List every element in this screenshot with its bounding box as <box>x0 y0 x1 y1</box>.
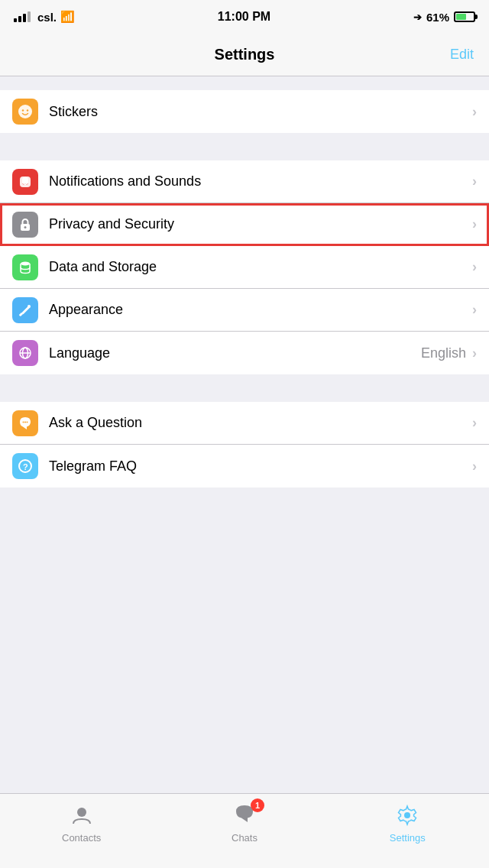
svg-point-18 <box>24 421 26 423</box>
battery-icon <box>454 11 475 22</box>
svg-point-1 <box>22 109 24 111</box>
settings-tab-icon <box>396 804 419 827</box>
carrier-label: csl. <box>37 11 57 24</box>
status-left: csl. 📶 <box>14 10 75 24</box>
language-chevron: › <box>472 345 477 361</box>
faq-label: Telegram FAQ <box>49 458 472 474</box>
location-icon: ➔ <box>413 11 422 23</box>
contacts-tab-icon-wrap <box>68 802 96 829</box>
notifications-chevron: › <box>472 173 477 189</box>
appearance-label: Appearance <box>49 302 472 318</box>
wifi-icon: 📶 <box>60 10 75 24</box>
privacy-chevron: › <box>472 216 477 232</box>
privacy-icon <box>12 212 38 238</box>
section-stickers: Stickers › <box>0 90 489 133</box>
language-svg <box>17 345 34 361</box>
faq-chevron: › <box>472 458 477 474</box>
svg-point-10 <box>21 261 30 265</box>
section-spacer-2 <box>0 374 489 402</box>
appearance-chevron: › <box>472 302 477 318</box>
stickers-svg <box>17 103 34 120</box>
svg-text:?: ? <box>23 462 28 471</box>
svg-point-23 <box>404 812 410 818</box>
ask-icon <box>12 410 38 436</box>
appearance-icon <box>12 297 38 323</box>
language-label: Language <box>49 345 421 361</box>
chats-tab-label: Chats <box>232 832 257 844</box>
section-main-settings: Notifications and Sounds › Privacy and S… <box>0 160 489 374</box>
svg-point-17 <box>23 421 24 423</box>
appearance-svg <box>17 302 34 319</box>
bottom-spacer <box>0 487 489 579</box>
faq-icon: ? <box>12 453 38 479</box>
settings-row-stickers[interactable]: Stickers › <box>0 90 489 133</box>
ask-label: Ask a Question <box>49 415 472 431</box>
settings-tab-label: Settings <box>390 832 426 844</box>
section-spacer-top <box>0 76 489 90</box>
settings-row-faq[interactable]: ? Telegram FAQ › <box>0 445 489 487</box>
settings-row-data[interactable]: Data and Storage › <box>0 246 489 289</box>
privacy-label: Privacy and Security <box>49 216 472 232</box>
status-bar: csl. 📶 11:00 PM ➔ 61% <box>0 0 489 34</box>
notifications-svg <box>17 173 34 190</box>
edit-button[interactable]: Edit <box>436 47 474 63</box>
language-value: English <box>421 345 466 361</box>
tab-bar: Contacts 1 Chats Settings <box>0 793 489 868</box>
tab-settings[interactable]: Settings <box>326 802 489 844</box>
settings-row-notifications[interactable]: Notifications and Sounds › <box>0 160 489 203</box>
signal-bars-icon <box>14 11 31 22</box>
battery-percent: 61% <box>426 11 449 24</box>
svg-point-2 <box>27 109 28 111</box>
nav-bar: Settings Edit <box>0 34 489 76</box>
svg-point-9 <box>24 226 27 228</box>
settings-row-language[interactable]: Language English › <box>0 332 489 374</box>
data-svg <box>17 259 34 276</box>
settings-row-ask[interactable]: Ask a Question › <box>0 402 489 445</box>
notifications-icon <box>12 169 38 195</box>
notifications-label: Notifications and Sounds <box>49 173 472 189</box>
settings-row-appearance[interactable]: Appearance › <box>0 289 489 332</box>
faq-svg: ? <box>17 458 34 474</box>
privacy-svg <box>17 216 34 233</box>
svg-point-22 <box>77 808 86 817</box>
tab-contacts[interactable]: Contacts <box>0 802 163 844</box>
stickers-icon <box>12 99 38 125</box>
chats-badge: 1 <box>251 798 264 812</box>
contacts-tab-label: Contacts <box>62 832 101 844</box>
svg-point-13 <box>28 305 31 308</box>
stickers-label: Stickers <box>49 104 472 120</box>
data-label: Data and Storage <box>49 259 472 275</box>
chats-tab-icon-wrap: 1 <box>231 802 258 829</box>
status-time: 11:00 PM <box>218 10 270 24</box>
svg-rect-7 <box>24 177 26 178</box>
data-chevron: › <box>472 259 477 275</box>
settings-tab-icon-wrap <box>393 802 421 829</box>
battery-fill <box>456 14 466 20</box>
stickers-chevron: › <box>472 104 477 120</box>
tab-chats[interactable]: 1 Chats <box>163 802 325 844</box>
data-icon <box>12 254 38 280</box>
svg-point-0 <box>18 105 32 118</box>
ask-svg <box>17 415 34 432</box>
page-title: Settings <box>53 46 436 63</box>
section-spacer-1 <box>0 133 489 160</box>
svg-point-19 <box>27 421 28 423</box>
ask-chevron: › <box>472 415 477 431</box>
section-help: Ask a Question › ? Telegram FAQ › <box>0 402 489 487</box>
settings-row-privacy[interactable]: Privacy and Security › <box>0 203 489 246</box>
language-icon <box>12 340 38 366</box>
status-right: ➔ 61% <box>413 11 475 24</box>
contacts-tab-icon <box>70 804 93 827</box>
